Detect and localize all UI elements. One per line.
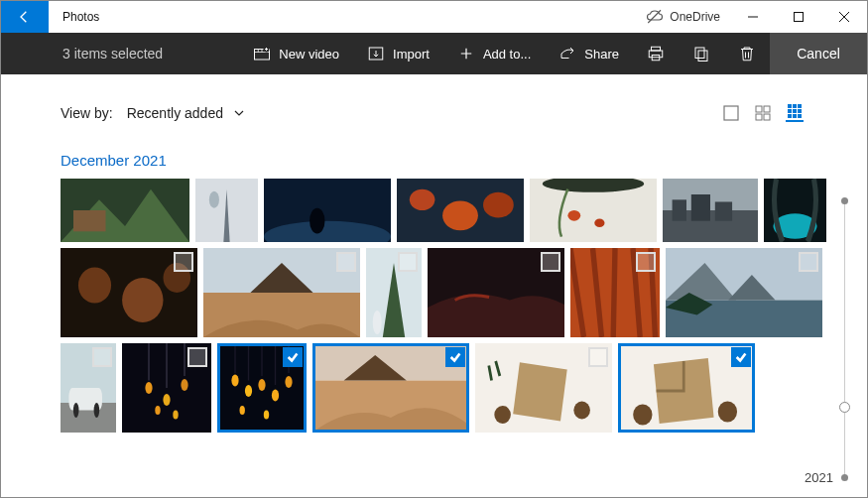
svg-point-51 [78, 268, 111, 304]
checkbox[interactable] [174, 252, 193, 272]
photo-thumb[interactable] [663, 179, 758, 242]
onedrive-status[interactable]: OneDrive [646, 8, 730, 26]
svg-rect-21 [788, 109, 792, 113]
svg-rect-26 [798, 114, 802, 118]
photo-thumb[interactable] [122, 343, 211, 433]
photo-thumb[interactable] [666, 248, 822, 337]
timeline-year: 2021 [805, 470, 833, 485]
svg-rect-47 [715, 201, 732, 220]
checkbox[interactable] [636, 252, 656, 272]
timeline-handle[interactable] [839, 402, 850, 413]
maximize-button[interactable] [776, 1, 821, 33]
photo-thumb[interactable] [570, 248, 660, 337]
svg-point-80 [258, 379, 265, 391]
svg-rect-25 [793, 114, 797, 118]
svg-point-58 [373, 311, 382, 334]
print-button[interactable] [633, 33, 679, 74]
new-video-button[interactable]: New video [239, 33, 353, 74]
checkbox[interactable] [187, 347, 207, 367]
svg-rect-19 [793, 104, 797, 108]
svg-point-73 [163, 394, 170, 406]
maximize-icon [794, 12, 804, 22]
photo-thumb[interactable] [475, 343, 612, 433]
viewmode-grid3[interactable] [786, 104, 804, 122]
timeline-scroll[interactable]: 2021 [835, 197, 855, 481]
svg-point-69 [73, 403, 79, 418]
photo-thumb[interactable] [203, 248, 360, 337]
minimize-icon [748, 12, 758, 22]
photo-thumb[interactable] [61, 179, 189, 242]
viewmode-single[interactable] [722, 104, 740, 122]
new-video-icon [253, 45, 271, 62]
photo-icon [264, 179, 391, 242]
checkbox[interactable] [92, 347, 112, 367]
delete-button[interactable] [724, 33, 770, 74]
svg-point-83 [240, 406, 245, 415]
svg-line-0 [649, 10, 662, 23]
photo-thumb[interactable] [366, 248, 422, 337]
photo-thumb[interactable] [61, 343, 116, 433]
svg-rect-45 [673, 199, 686, 220]
timeline-track [844, 203, 845, 475]
photo-thumb[interactable] [530, 179, 657, 242]
svg-point-94 [633, 405, 652, 426]
photo-thumb[interactable] [217, 343, 307, 433]
photo-thumb[interactable] [312, 343, 469, 433]
cancel-button[interactable]: Cancel [770, 33, 867, 74]
svg-rect-23 [798, 109, 802, 113]
viewby-value: Recently added [127, 105, 223, 121]
import-button[interactable]: Import [353, 33, 443, 74]
photo-icon [195, 179, 258, 242]
date-heading[interactable]: December 2021 [61, 152, 831, 169]
new-video-label: New video [279, 47, 339, 62]
svg-point-82 [285, 376, 292, 388]
svg-rect-17 [764, 114, 770, 120]
window-controls [730, 1, 867, 33]
import-icon [367, 45, 385, 62]
minimize-button[interactable] [730, 1, 776, 33]
viewby-dropdown[interactable]: Recently added [127, 105, 245, 121]
svg-point-41 [567, 210, 580, 221]
checkbox[interactable] [398, 252, 418, 272]
photo-thumb[interactable] [428, 248, 564, 337]
chevron-down-icon [233, 107, 245, 119]
checkbox-checked[interactable] [731, 347, 751, 367]
timeline-enddot [841, 197, 848, 204]
checkbox-checked[interactable] [445, 347, 465, 367]
trash-icon [738, 45, 756, 62]
svg-point-42 [594, 219, 604, 228]
content-area: View by: Recently added December 2021 [1, 74, 831, 497]
photo-thumb[interactable] [264, 179, 391, 242]
add-to-button[interactable]: Add to... [443, 33, 545, 74]
photo-row [61, 248, 831, 337]
svg-rect-24 [788, 114, 792, 118]
back-button[interactable] [1, 1, 49, 33]
svg-rect-20 [798, 104, 802, 108]
photo-icon [397, 179, 524, 242]
photo-icon [61, 179, 189, 242]
photo-thumb[interactable] [764, 179, 826, 242]
photo-thumb[interactable] [397, 179, 524, 242]
viewmode-grid2[interactable] [754, 104, 772, 122]
checkbox[interactable] [336, 252, 356, 272]
check-icon [734, 350, 748, 364]
svg-point-34 [310, 208, 324, 234]
photo-thumb[interactable] [618, 343, 755, 433]
photo-thumb[interactable] [61, 248, 197, 337]
share-icon [558, 45, 576, 62]
checkbox[interactable] [799, 252, 818, 272]
copy-button[interactable] [679, 33, 724, 74]
cloud-off-icon [646, 8, 664, 26]
checkbox[interactable] [541, 252, 560, 272]
svg-rect-13 [724, 106, 738, 120]
share-button[interactable]: Share [545, 33, 633, 74]
photo-row [61, 179, 831, 242]
checkbox-checked[interactable] [283, 347, 303, 367]
close-icon [839, 12, 849, 22]
photo-thumb[interactable] [195, 179, 258, 242]
view-modes [722, 104, 831, 122]
close-button[interactable] [821, 1, 867, 33]
checkbox[interactable] [588, 347, 608, 367]
svg-point-78 [231, 375, 238, 387]
onedrive-label: OneDrive [670, 10, 720, 24]
